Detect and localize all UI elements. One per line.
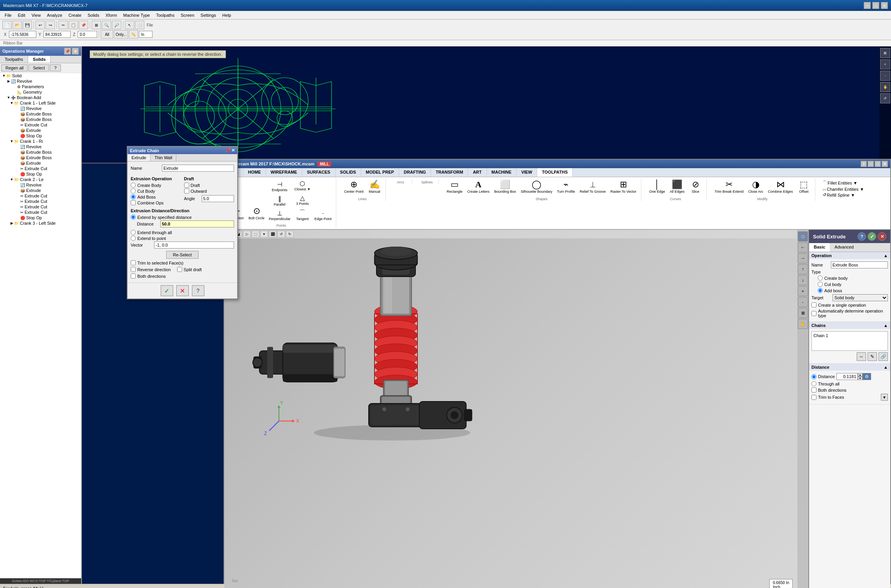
extend-specified-radio[interactable] <box>131 215 136 220</box>
angle-input[interactable] <box>202 195 234 202</box>
nav-cube-btn[interactable]: ⬡ <box>798 231 808 242</box>
rb-parallel[interactable]: ∥ Parallel <box>268 194 292 208</box>
tree-boolean-add[interactable]: ▼ ➕ Boolean Add <box>0 95 81 100</box>
menu-toolpaths[interactable]: Toolpaths <box>153 12 177 18</box>
tree-crank2l-e1[interactable]: 📦 Extrude <box>0 188 81 193</box>
ribbon-tab-wireframe[interactable]: WIREFRAME <box>266 168 302 177</box>
extend-point-radio[interactable] <box>131 236 136 241</box>
expand-crank1l[interactable]: ▼ <box>9 101 14 105</box>
rb-manual[interactable]: ✍ Manual <box>367 179 382 195</box>
y-input[interactable] <box>43 31 71 38</box>
tree-crank2l-ec2[interactable]: ✂ Extrude Cut <box>0 199 81 204</box>
rb-all-edges[interactable]: ⬛ All Edges <box>668 179 686 195</box>
select-btn[interactable]: ↖ <box>125 21 134 29</box>
chain-add-btn[interactable]: ↔ <box>857 352 866 361</box>
tree-extrude-boss-2[interactable]: 📦 Extrude Boss <box>0 117 81 122</box>
both-dirs-check[interactable] <box>131 274 136 279</box>
sep-create-single-check[interactable] <box>811 302 816 307</box>
rb-edge-point[interactable]: · Edge Point <box>313 209 333 222</box>
nav-pan[interactable]: ✋ <box>880 82 890 92</box>
rb-center-point[interactable]: ⊕ Center Point <box>343 179 365 195</box>
ribbon-tab-art[interactable]: ART <box>468 168 487 177</box>
tree-crank3-left[interactable]: ▶ 📁 Crank 3 - Left Side <box>0 220 81 226</box>
rb-slice[interactable]: ⊘ Slice <box>688 179 703 195</box>
spin-down[interactable]: ▼ <box>858 377 863 380</box>
mill-close-btn[interactable]: ✕ <box>882 161 888 167</box>
zoom-fit[interactable]: ⊠ <box>92 21 101 29</box>
save-btn[interactable]: 💾 <box>23 21 32 29</box>
distance-spin-input[interactable] <box>836 373 858 380</box>
tree-crank2l-ec1[interactable]: ✂ Extrude Cut <box>0 193 81 199</box>
menu-analyze[interactable]: Analyze <box>44 12 65 18</box>
rotate-down-btn[interactable]: ↓ <box>798 275 808 285</box>
tree-extrude-1[interactable]: 📦 Extrude <box>0 128 81 133</box>
fillet-entities-item[interactable]: ⌒ Fillet Entities ▼ <box>822 179 864 186</box>
tree-crank1r-revolve[interactable]: 🔄 Revolve <box>0 144 81 149</box>
menu-help[interactable]: Help <box>219 12 234 18</box>
sep-cut-body-radio[interactable] <box>818 282 823 287</box>
zoom-in-3d-btn[interactable]: + <box>798 286 808 296</box>
pan-3d-btn[interactable]: ✋ <box>798 319 808 329</box>
open-btn[interactable]: 📂 <box>12 21 22 29</box>
select-btn-ops[interactable]: Select <box>28 64 49 71</box>
trim-faces-dropdown[interactable]: ▼ <box>881 394 888 401</box>
sep-distance-header[interactable]: Distance ▲ <box>809 364 890 371</box>
rb-close-arc[interactable]: ◑ Close Arc <box>747 179 765 195</box>
sep-ok-btn[interactable]: ✓ <box>868 232 876 241</box>
menu-machine[interactable]: Machine Type <box>120 12 153 18</box>
tree-geometry[interactable]: 📐 Geometry <box>0 89 81 95</box>
sep-help-btn[interactable]: ? <box>857 232 866 241</box>
sep-both-dirs-check[interactable] <box>811 387 816 393</box>
refill-spline-item[interactable]: ↺ Refill Spline ▼ <box>822 192 864 198</box>
dialog-pin[interactable]: 📌 <box>225 148 231 153</box>
expand-revolve1[interactable]: ▶ <box>6 79 11 83</box>
sep-chains-header[interactable]: Chains ▲ <box>809 322 890 329</box>
tree-solid[interactable]: ▼ 📁 Solid <box>0 73 81 78</box>
ribbon-tab-toolpaths[interactable]: TOOLPATHS <box>537 168 573 177</box>
vp-btn3[interactable]: ▷ <box>243 231 251 238</box>
rb-raster-vector[interactable]: ⊞ Raster To Vector <box>609 179 638 195</box>
sep-tab-advanced[interactable]: Advanced <box>830 243 858 252</box>
mill-3d-view[interactable]: ⬡ ← → ↑ ↓ + - ⊠ ✋ <box>224 230 808 588</box>
menu-view[interactable]: View <box>28 12 44 18</box>
tree-stop-op-1[interactable]: 🛑 Stop Op <box>0 133 81 139</box>
ribbon-tab-solids[interactable]: SOLIDS <box>335 168 361 177</box>
select-all-btn[interactable]: ⬜ <box>135 21 144 29</box>
copy-btn[interactable]: 📋 <box>69 21 78 29</box>
menu-solids[interactable]: Solids <box>85 12 103 18</box>
ops-tab-toolpaths[interactable]: Toolpaths <box>0 56 28 63</box>
create-body-radio-input[interactable] <box>131 183 136 188</box>
menu-screen[interactable]: Screen <box>177 12 197 18</box>
sep-add-boss-radio[interactable] <box>818 288 823 293</box>
rb-tangent[interactable]: ⌒ Tangent <box>293 208 312 222</box>
chain-link-btn[interactable]: 🔗 <box>879 352 888 361</box>
rb-closest[interactable]: ⬡ Closest ▼ <box>293 179 312 192</box>
distance-lock-btn[interactable]: ⚙ <box>863 373 871 380</box>
nav-zoom-out[interactable]: - <box>880 71 890 81</box>
ribbon-tab-machine[interactable]: MACHINE <box>487 168 516 177</box>
trim-faces-check[interactable] <box>131 260 136 265</box>
regen-all-btn[interactable]: Regen all <box>1 64 28 71</box>
chamfer-entities-item[interactable]: ⌓ Chamfer Entities ▼ <box>822 186 864 192</box>
nav-rotate[interactable]: ↺ <box>880 93 890 103</box>
tree-crank1-left[interactable]: ▼ 📁 Crank 1 - Left Side <box>0 100 81 106</box>
maximize-btn[interactable]: □ <box>872 2 879 9</box>
zoom-out-3d-btn[interactable]: - <box>798 297 808 307</box>
mill-minimize-btn[interactable]: ─ <box>868 161 874 167</box>
rb-relief-groove[interactable]: ⟂ Relief To Groove <box>578 179 607 195</box>
sep-create-body-radio[interactable] <box>818 275 823 281</box>
chain-edit-btn[interactable]: ✎ <box>868 352 877 361</box>
rb-create-letters[interactable]: A Create Letters <box>466 179 491 195</box>
dialog-close[interactable]: ✕ <box>231 148 235 153</box>
dialog-cancel-btn[interactable]: ✕ <box>176 285 189 296</box>
tree-crank1r-e1[interactable]: 📦 Extrude <box>0 160 81 166</box>
tree-crank1-revolve[interactable]: 🔄 Revolve <box>0 106 81 111</box>
tree-crank2-left[interactable]: ▼ 📁 Crank 2 - Le <box>0 177 81 182</box>
expand-crank3l[interactable]: ▶ <box>9 221 14 225</box>
sep-operation-header[interactable]: Operation ▲ <box>809 252 890 259</box>
zoom-out[interactable]: 🔎 <box>112 21 121 29</box>
ops-close-btn[interactable]: ✕ <box>72 48 79 55</box>
redo-btn[interactable]: ↪ <box>46 21 55 29</box>
split-draft-check[interactable] <box>177 267 182 272</box>
help-btn-ops[interactable]: ? <box>50 64 61 71</box>
